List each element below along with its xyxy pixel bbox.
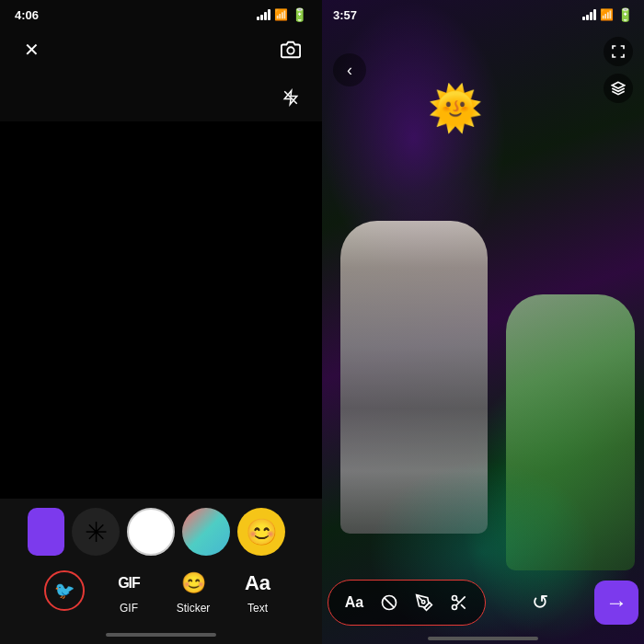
crop-button[interactable] bbox=[604, 37, 633, 66]
sticker-swirl[interactable] bbox=[182, 508, 230, 556]
sticker-white-circle[interactable] bbox=[127, 508, 175, 556]
right-time: 3:57 bbox=[333, 8, 357, 22]
left-flash-area bbox=[0, 74, 322, 121]
text-text: Text bbox=[247, 602, 268, 615]
left-panel: 4:06 📶 🔋 ✕ bbox=[0, 0, 322, 644]
right-top-right-icons bbox=[604, 37, 633, 103]
bottom-labels: 🐦 GIF GIF 😊 Sticker Aa bbox=[0, 563, 322, 626]
scissors-tool-btn[interactable] bbox=[443, 586, 476, 619]
left-status-bar: 4:06 📶 🔋 bbox=[0, 0, 322, 26]
left-top-controls: ✕ bbox=[0, 26, 322, 74]
right-bottom-toolbar: Aa bbox=[322, 580, 644, 626]
svg-point-7 bbox=[453, 596, 457, 601]
right-wifi-icon: 📶 bbox=[600, 8, 614, 21]
tool-group: Aa bbox=[328, 580, 486, 626]
bird-icon: 🐦 bbox=[54, 581, 75, 601]
sticker-text: Sticker bbox=[177, 602, 211, 615]
flash-button[interactable] bbox=[274, 81, 307, 114]
right-panel: 🌞 3:57 📶 🔋 ‹ bbox=[322, 0, 644, 644]
svg-line-10 bbox=[461, 604, 466, 609]
next-button[interactable]: → bbox=[594, 581, 638, 625]
right-battery-icon: 🔋 bbox=[617, 7, 633, 22]
sticker-icon: 😊 bbox=[181, 571, 206, 595]
back-button[interactable]: ‹ bbox=[333, 53, 366, 86]
camera-viewfinder bbox=[0, 121, 322, 499]
svg-point-8 bbox=[453, 605, 457, 610]
svg-line-5 bbox=[385, 598, 395, 608]
pen-tool-btn[interactable] bbox=[408, 586, 441, 619]
battery-icon: 🔋 bbox=[292, 7, 307, 22]
text-tool[interactable]: Aa Text bbox=[225, 567, 290, 615]
left-time: 4:06 bbox=[15, 8, 39, 22]
right-signal-icon bbox=[582, 9, 596, 20]
bird-tool[interactable]: 🐦 bbox=[32, 570, 97, 611]
svg-point-0 bbox=[287, 47, 293, 53]
home-bar-right bbox=[428, 637, 538, 640]
right-status-icons: 📶 🔋 bbox=[582, 7, 633, 22]
bird-circle[interactable]: 🐦 bbox=[44, 570, 85, 611]
wifi-icon: 📶 bbox=[274, 8, 288, 21]
sticker-row: ✳ 😊 bbox=[0, 499, 322, 563]
circle-tool-btn[interactable] bbox=[373, 586, 406, 619]
svg-point-6 bbox=[422, 601, 425, 604]
gif-tool[interactable]: GIF GIF bbox=[97, 567, 161, 615]
left-status-right: 📶 🔋 bbox=[257, 7, 307, 22]
undo-button[interactable]: ↺ bbox=[523, 586, 557, 619]
signal-icon bbox=[257, 9, 270, 20]
gif-label: GIF bbox=[118, 575, 140, 592]
svg-line-11 bbox=[456, 600, 459, 603]
sticker-smiley[interactable]: 😊 bbox=[237, 508, 285, 556]
sticker-tool[interactable]: 😊 Sticker bbox=[161, 567, 225, 615]
text-tool-btn[interactable]: Aa bbox=[338, 586, 371, 619]
close-button[interactable]: ✕ bbox=[15, 33, 48, 66]
layers-button[interactable] bbox=[604, 74, 633, 103]
text-icon: Aa bbox=[245, 571, 270, 595]
left-bottom-bar: ✳ 😊 🐦 GIF GIF bbox=[0, 499, 322, 644]
right-top-controls: ‹ bbox=[322, 29, 644, 110]
camera-flip-button[interactable] bbox=[274, 33, 307, 66]
right-status-bar: 3:57 📶 🔋 bbox=[322, 0, 644, 26]
left-home-indicator bbox=[0, 626, 322, 644]
svg-marker-3 bbox=[612, 82, 624, 88]
sticker-purple[interactable] bbox=[28, 508, 64, 556]
gif-text: GIF bbox=[120, 602, 138, 615]
sticker-spark[interactable]: ✳ bbox=[72, 508, 120, 556]
right-home-indicator bbox=[322, 637, 644, 640]
home-bar-left bbox=[106, 633, 216, 637]
